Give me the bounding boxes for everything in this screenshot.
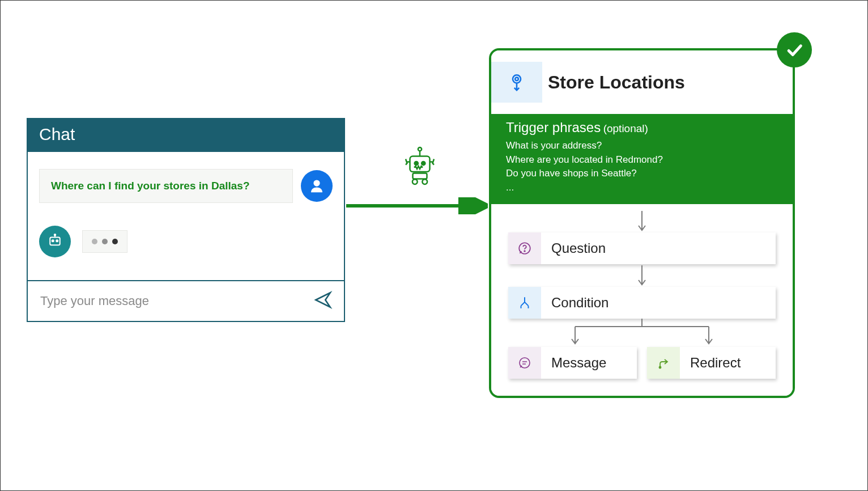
svg-point-9	[422, 162, 425, 165]
svg-point-17	[513, 75, 521, 83]
trigger-line: ...	[506, 181, 778, 195]
message-node[interactable]: Message	[508, 347, 637, 379]
condition-label: Condition	[541, 287, 776, 319]
branch-row: Message Redirect	[508, 347, 776, 379]
trigger-phrases-section: Trigger phrases (optional) What is your …	[491, 114, 793, 204]
user-avatar-icon	[301, 170, 333, 202]
arrow-down-icon	[636, 264, 648, 287]
topic-header: Store Locations	[491, 50, 793, 114]
redirect-label: Redirect	[680, 347, 776, 379]
condition-node[interactable]: Condition	[508, 287, 776, 319]
flow-arrow-icon	[346, 197, 488, 214]
bot-typing-row	[39, 226, 333, 257]
svg-point-0	[313, 180, 320, 186]
svg-point-22	[524, 251, 525, 252]
user-message-bubble: Where can I find your stores in Dallas?	[39, 169, 293, 203]
trigger-optional: (optional)	[603, 122, 648, 134]
redirect-node[interactable]: Redirect	[647, 347, 776, 379]
question-node[interactable]: Question	[508, 232, 776, 264]
svg-point-16	[422, 179, 427, 184]
question-label: Question	[541, 232, 776, 264]
topic-title: Store Locations	[548, 72, 685, 93]
topic-panel: Store Locations Trigger phrases (optiona…	[489, 48, 795, 398]
message-icon	[508, 347, 541, 379]
robot-icon	[397, 143, 442, 191]
message-label: Message	[541, 347, 637, 379]
arrow-down-icon	[636, 210, 648, 232]
question-icon	[508, 232, 541, 264]
trigger-line: What is your address?	[506, 139, 778, 153]
condition-icon	[508, 287, 541, 319]
svg-point-3	[56, 240, 58, 242]
chat-body: Where can I find your stores in Dallas?	[28, 152, 344, 280]
svg-point-2	[52, 240, 54, 242]
chat-header: Chat	[28, 119, 344, 152]
redirect-icon	[647, 347, 680, 379]
typing-indicator-icon	[82, 230, 127, 253]
trigger-lines: What is your address? Where are you loca…	[506, 139, 778, 195]
chat-message-input[interactable]	[39, 293, 313, 309]
trigger-line: Where are you located in Redmond?	[506, 153, 778, 167]
svg-point-18	[515, 78, 518, 81]
chat-panel: Chat Where can I find your stores in Dal…	[27, 118, 345, 322]
chat-input-row	[28, 280, 344, 321]
svg-point-5	[54, 234, 56, 236]
svg-point-8	[415, 162, 418, 165]
user-message-row: Where can I find your stores in Dallas?	[39, 169, 333, 203]
trigger-line: Do you have shops in Seattle?	[506, 167, 778, 181]
svg-point-33	[659, 366, 661, 368]
branch-connector-icon	[508, 319, 776, 347]
send-icon[interactable]	[313, 290, 333, 312]
flow-area: Question Condition	[491, 204, 793, 396]
trigger-label: Trigger phrases	[506, 120, 601, 135]
svg-point-11	[418, 147, 422, 151]
bot-avatar-icon	[39, 226, 71, 257]
svg-rect-14	[413, 173, 427, 179]
checkmark-badge-icon	[777, 32, 812, 67]
topic-trigger-icon	[491, 62, 542, 103]
svg-point-15	[412, 179, 418, 184]
